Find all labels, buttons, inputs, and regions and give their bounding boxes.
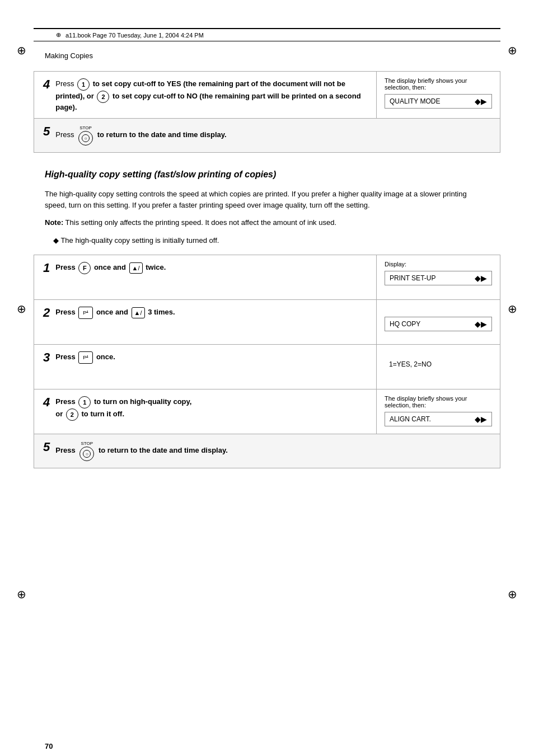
step2-display-text: HQ COPY bbox=[390, 320, 420, 328]
step5-text-top: to return to the date and time display. bbox=[97, 130, 227, 139]
step5-content: 5 Press STOP ○ to return to the date and… bbox=[34, 434, 500, 468]
top-step5-number: 5 bbox=[43, 124, 50, 139]
step5-press: Press bbox=[55, 446, 77, 454]
step1-press: Press bbox=[55, 263, 77, 271]
note-label: Note: bbox=[45, 218, 63, 227]
step2-display: HQ COPY ◆▶ bbox=[385, 317, 492, 331]
step3-row: 3 Press P⁴ once. 1=YES, 2=NO bbox=[34, 345, 500, 389]
right-side-mark-mid: ⊕ bbox=[508, 302, 517, 316]
main-instruction-box: 1 Press F once and ▲/ twice. Display: PR… bbox=[34, 255, 500, 468]
page-number: 70 bbox=[45, 742, 53, 750]
bullet-content: The high-quality copy setting is initial… bbox=[60, 236, 219, 245]
step1-display: PRINT SET-UP ◆▶ bbox=[385, 271, 492, 285]
button-arrow-1: ▲/ bbox=[129, 262, 143, 274]
corner-mark-tl: ⊕ bbox=[17, 45, 26, 56]
top-step4-number: 4 bbox=[43, 77, 50, 92]
bullet-symbol: ◆ bbox=[53, 236, 60, 245]
step4-right-intro: The display briefly shows your selection… bbox=[385, 395, 492, 408]
stop-button-main: ○ bbox=[79, 447, 94, 461]
top-step4-display: QUALITY MODE ◆▶ bbox=[385, 94, 492, 109]
section-heading: High-quality copy setting (fast/slow pri… bbox=[45, 170, 489, 180]
step1-text2: twice. bbox=[146, 263, 166, 271]
bullet-text: ◆ The high-quality copy setting is initi… bbox=[53, 235, 489, 246]
step1-row: 1 Press F once and ▲/ twice. Display: PR… bbox=[34, 255, 500, 300]
stop-button-wrapper-top: STOP ○ bbox=[77, 125, 94, 145]
step2-right: HQ COPY ◆▶ bbox=[377, 300, 500, 344]
top-step4-display-text: QUALITY MODE bbox=[390, 97, 440, 105]
stop-button-top: ○ bbox=[78, 131, 93, 145]
step4-display: ALIGN CART. ◆▶ bbox=[385, 412, 492, 426]
step1-display-text: PRINT SET-UP bbox=[390, 274, 435, 282]
stop-button-wrapper: STOP ○ bbox=[78, 441, 95, 461]
step2-text2: 3 times. bbox=[148, 308, 175, 316]
button-arrow-2: ▲/ bbox=[132, 307, 145, 318]
step1-right: Display: PRINT SET-UP ◆▶ bbox=[377, 255, 500, 299]
step1-content: Press F once and ▲/ twice. bbox=[55, 262, 367, 274]
button-1-main: 1 bbox=[78, 396, 91, 408]
step1-number: 1 bbox=[43, 261, 50, 275]
step4-main-text: to turn on high-quality copy, bbox=[94, 397, 192, 406]
step2-content: Press P⁴ once and ▲/ 3 times. bbox=[55, 307, 367, 319]
button-p-3: P⁴ bbox=[78, 351, 93, 364]
step3-press: Press bbox=[55, 353, 77, 361]
step3-display-text: 1=YES, 2=NO bbox=[389, 360, 432, 368]
right-side-mark-lower: ⊕ bbox=[508, 588, 517, 601]
page: ⊕ ⊕ ⊕ ⊕ ⊕ ⊕ ⊕ ⊕ ⊕ a11.book Page 70 Tuesd… bbox=[0, 28, 534, 756]
step2-text: once and bbox=[96, 308, 130, 316]
display-arrow-icon: ◆▶ bbox=[475, 97, 487, 106]
step5-row: 5 Press STOP ○ to return to the date and… bbox=[34, 434, 500, 468]
button-f: F bbox=[78, 262, 91, 274]
button-2-main: 2 bbox=[66, 408, 78, 421]
step3-display: 1=YES, 2=NO bbox=[385, 358, 492, 370]
step4-press: Press bbox=[55, 397, 77, 406]
step3-content: Press P⁴ once. bbox=[55, 351, 367, 364]
stop-inner-icon: ○ bbox=[82, 134, 90, 142]
step2-arrow-icon: ◆▶ bbox=[475, 320, 487, 328]
step2-row: 2 Press P⁴ once and ▲/ 3 times. HQ COPY … bbox=[34, 300, 500, 345]
press-label-5: Press bbox=[55, 130, 76, 139]
step2-press: Press bbox=[55, 308, 77, 316]
button-2-top: 2 bbox=[97, 91, 109, 103]
left-side-mark-mid: ⊕ bbox=[17, 302, 26, 316]
step4-right: The display briefly shows your selection… bbox=[377, 389, 500, 434]
button-1-top: 1 bbox=[77, 78, 90, 91]
crosshair-icon: ⊕ bbox=[56, 31, 61, 39]
step1-display-label: Display: bbox=[385, 261, 492, 267]
top-step4-content: Press 1 to set copy cut-off to YES (the … bbox=[55, 78, 367, 111]
step3-number: 3 bbox=[43, 350, 50, 365]
corner-mark-tr: ⊕ bbox=[508, 45, 517, 56]
file-header: ⊕ a11.book Page 70 Tuesday, June 1, 2004… bbox=[34, 28, 500, 41]
step1-text: once and bbox=[94, 263, 128, 271]
top-step5-row: 5 Press STOP ○ to return to the date and… bbox=[34, 119, 500, 152]
step5-text-main: to return to the date and time display. bbox=[99, 446, 228, 454]
file-header-text: a11.book Page 70 Tuesday, June 1, 2004 4… bbox=[65, 32, 204, 39]
top-step5-content: 5 Press STOP ○ to return to the date and… bbox=[34, 119, 500, 152]
step4-left: 4 Press 1 to turn on high-quality copy, … bbox=[34, 389, 377, 434]
step4-row: 4 Press 1 to turn on high-quality copy, … bbox=[34, 389, 500, 434]
step4-display-text: ALIGN CART. bbox=[390, 415, 431, 423]
step5-number: 5 bbox=[43, 440, 50, 454]
step2-left: 2 Press P⁴ once and ▲/ 3 times. bbox=[34, 300, 377, 344]
step4-off-text: to turn it off. bbox=[82, 410, 125, 418]
step3-left: 3 Press P⁴ once. bbox=[34, 345, 377, 389]
stop-inner-icon-main: ○ bbox=[83, 450, 91, 458]
note-text: Note: This setting only affects the prin… bbox=[45, 217, 489, 228]
top-step5-text: Press STOP ○ to return to the date and t… bbox=[55, 125, 491, 145]
step4-arrow-icon: ◆▶ bbox=[475, 415, 487, 424]
top-step4-row: 4 Press 1 to set copy cut-off to YES (th… bbox=[34, 72, 500, 119]
top-step4-left: 4 Press 1 to set copy cut-off to YES (th… bbox=[34, 72, 377, 118]
step3-text: once. bbox=[96, 353, 115, 361]
step1-left: 1 Press F once and ▲/ twice. bbox=[34, 255, 377, 299]
step2-number: 2 bbox=[43, 306, 50, 320]
section-title: Making Copies bbox=[45, 51, 489, 60]
left-side-mark-lower: ⊕ bbox=[17, 588, 26, 601]
note-content: This setting only affects the printing s… bbox=[65, 218, 336, 227]
press-label: Press bbox=[55, 79, 76, 88]
step3-right: 1=YES, 2=NO bbox=[377, 345, 500, 389]
step5-text: Press STOP ○ to return to the date and t… bbox=[55, 441, 491, 461]
step1-arrow-icon: ◆▶ bbox=[475, 274, 487, 283]
step4-number: 4 bbox=[43, 395, 50, 410]
top-instruction-box: 4 Press 1 to set copy cut-off to YES (th… bbox=[34, 71, 500, 153]
step4-or-text: or bbox=[55, 410, 65, 418]
step4-content: Press 1 to turn on high-quality copy, or… bbox=[55, 396, 367, 421]
